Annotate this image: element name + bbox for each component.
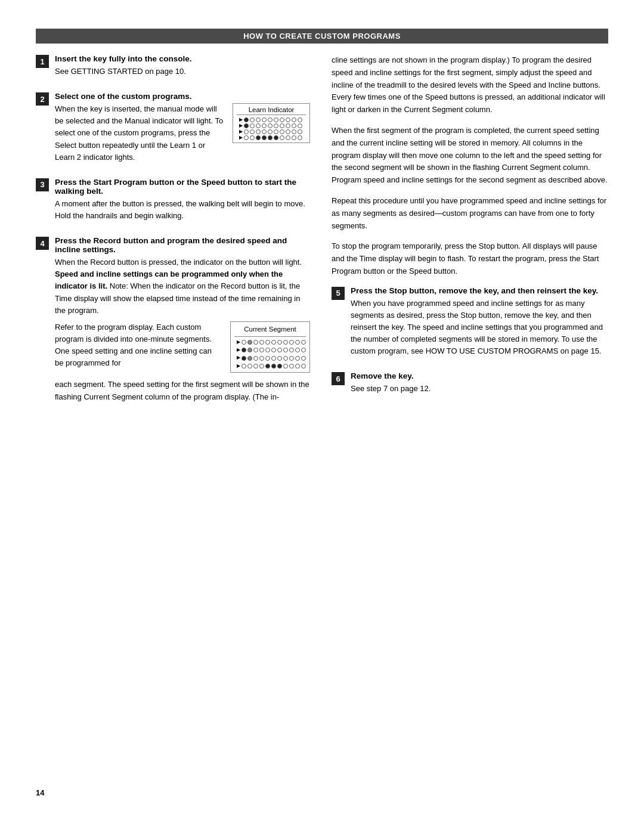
cs-label-1: ▶: [234, 339, 240, 346]
cs-label-4: ▶: [234, 363, 240, 370]
dot-2-10: [298, 123, 302, 128]
cs-dot-1-2: [247, 340, 252, 345]
dot-4-10: [298, 135, 302, 140]
dot-2-3: [256, 123, 261, 128]
step-6-content: Remove the key. See step 7 on page 12.: [351, 371, 608, 400]
dot-3-2: [250, 129, 255, 134]
dot-3-7: [280, 129, 284, 134]
step-4-para2: Refer to the program display. Each custo…: [55, 321, 222, 370]
cs-dot-2-7: [277, 348, 282, 352]
current-segment-label: Current Segment: [234, 324, 306, 337]
dot-4-7: [280, 135, 284, 140]
step-1: 1 Insert the key fully into the console.…: [36, 54, 310, 82]
step-6-number: 6: [332, 372, 345, 385]
cs-dot-1-1: [242, 340, 246, 345]
left-column: 1 Insert the key fully into the console.…: [36, 54, 310, 776]
step-1-content: Insert the key fully into the console. S…: [55, 54, 310, 82]
dot-4-5: [268, 135, 273, 140]
section-header: HOW TO CREATE CUSTOM PROGRAMS: [36, 29, 608, 44]
dot-1-4: [262, 117, 267, 122]
cs-dot-3-7: [277, 356, 282, 361]
learn-indicator-label: Learn Indicator: [237, 106, 306, 115]
step-5: 5 Press the Stop button, remove the key,…: [332, 286, 608, 363]
step-2-content: Select one of the custom programs. When …: [55, 92, 310, 168]
dot-2-8: [286, 123, 290, 128]
step-5-body: When you have programmed speed and incli…: [351, 298, 608, 358]
step-4-row: Refer to the program display. Each custo…: [55, 321, 310, 374]
step-3-title: Press the Start Program button or the Sp…: [55, 178, 310, 196]
step-4: 4 Press the Record button and program th…: [36, 236, 310, 408]
step-2-body-text: When the key is inserted, the manual mod…: [55, 103, 224, 163]
dot-3-9: [292, 129, 296, 134]
step-4-content: Press the Record button and program the …: [55, 236, 310, 408]
dot-1-8: [286, 117, 290, 122]
learn-indicator-grid: ▶: [237, 117, 306, 140]
dot-2-7: [280, 123, 284, 128]
right-para-2: When the first segment of the program is…: [332, 125, 608, 187]
step-2-text: When the key is inserted, the manual mod…: [55, 104, 223, 162]
indicator-row-4: ▶: [237, 135, 306, 140]
cs-dot-1-8: [283, 340, 288, 345]
dot-1-10: [298, 117, 302, 122]
step-5-content: Press the Stop button, remove the key, a…: [351, 286, 608, 363]
cs-dot-4-9: [289, 364, 294, 368]
step-4-text-block: Refer to the program display. Each custo…: [55, 321, 222, 374]
dot-4-9: [292, 135, 296, 140]
dot-1-2: [250, 117, 255, 122]
cs-dot-4-10: [295, 364, 300, 368]
dot-1-9: [292, 117, 296, 122]
indicator-row-2: ▶: [237, 123, 306, 128]
cs-dot-2-1: [242, 348, 246, 352]
cs-dot-2-8: [283, 348, 288, 352]
dot-1-5: [268, 117, 273, 122]
row-label-4: ▶: [237, 135, 243, 140]
dot-2-4: [262, 123, 267, 128]
cs-dot-1-11: [301, 340, 306, 345]
cs-dot-2-4: [259, 348, 264, 352]
cs-dot-4-11: [301, 364, 306, 368]
row-label-1: ▶: [237, 117, 243, 122]
step-2-title: Select one of the custom programs.: [55, 92, 310, 101]
learn-indicator-box: Learn Indicator ▶: [233, 103, 310, 143]
step-3: 3 Press the Start Program button or the …: [36, 178, 310, 227]
step-2-number: 2: [36, 92, 49, 106]
page-number: 14: [36, 776, 608, 797]
cs-dot-2-11: [301, 348, 306, 352]
cs-dot-3-11: [301, 356, 306, 361]
cs-dot-4-6: [271, 364, 276, 368]
cs-label-2: ▶: [234, 346, 240, 354]
cs-dot-4-1: [242, 364, 246, 368]
cs-dot-2-3: [253, 348, 258, 352]
dot-4-6: [274, 135, 278, 140]
dot-3-6: [274, 129, 278, 134]
cs-dot-1-10: [295, 340, 300, 345]
right-para-4: To stop the program temporarily, press t…: [332, 240, 608, 277]
dot-3-8: [286, 129, 290, 134]
cs-dot-3-1: [242, 356, 246, 361]
cs-dot-4-4: [259, 364, 264, 368]
step-1-title: Insert the key fully into the console.: [55, 54, 310, 63]
cs-dot-2-9: [289, 348, 294, 352]
cs-dot-1-7: [277, 340, 282, 345]
step-2-row: When the key is inserted, the manual mod…: [55, 103, 310, 163]
cs-dot-2-5: [265, 348, 270, 352]
row-label-3: ▶: [237, 129, 243, 134]
step-6-text: See step 7 on page 12.: [351, 383, 608, 395]
cs-row-3: ▶: [234, 354, 306, 361]
dot-4-8: [286, 135, 290, 140]
dot-1-1: [244, 117, 249, 122]
cs-dot-4-8: [283, 364, 288, 368]
dot-4-3: [256, 135, 261, 140]
cs-row-4: ▶: [234, 363, 306, 370]
dot-3-1: [244, 129, 249, 134]
step-5-number: 5: [332, 287, 345, 300]
step-6-title: Remove the key.: [351, 371, 608, 380]
dot-3-10: [298, 129, 302, 134]
right-para-3: Repeat this procedure until you have pro…: [332, 195, 608, 232]
cs-label-3: ▶: [234, 354, 240, 361]
cs-dot-3-5: [265, 356, 270, 361]
page: HOW TO CREATE CUSTOM PROGRAMS 1 Insert t…: [0, 0, 644, 833]
dot-4-1: [244, 135, 249, 140]
row-label-2: ▶: [237, 123, 243, 128]
step-4-para1: When the Record button is pressed, the i…: [55, 256, 310, 317]
